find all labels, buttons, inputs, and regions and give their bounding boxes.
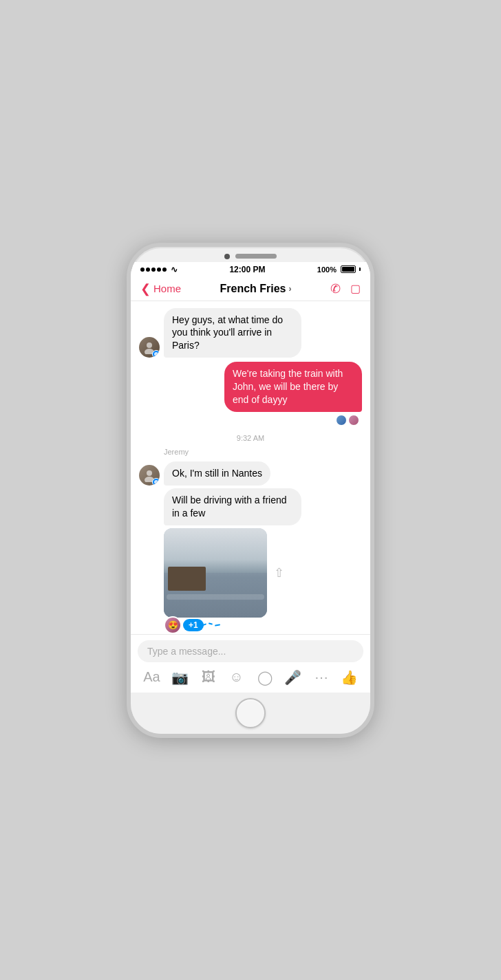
home-indicator-area — [131, 693, 370, 734]
nav-bar: ❮ Home French Fries › ✆ ▢ — [131, 277, 370, 301]
camera-dot — [224, 254, 230, 259]
back-label[interactable]: Home — [153, 283, 181, 294]
title-chevron-icon: › — [289, 284, 292, 294]
text-format-icon[interactable]: Aa — [142, 669, 162, 685]
message-input[interactable]: Type a message... — [138, 640, 363, 662]
phone-hardware-top — [131, 247, 370, 262]
wifi-icon: ∿ — [171, 265, 178, 274]
message-text: Hey guys, at what time do you think you'… — [172, 314, 283, 351]
messenger-badge-icon — [152, 478, 160, 486]
signal-dot-2 — [146, 268, 150, 272]
read-receipt-avatar-1 — [336, 415, 347, 426]
phone-screen: ∿ 12:00 PM 100% ❮ Home French Fries › — [131, 262, 370, 693]
like-thumb-icon[interactable]: 👍 — [340, 669, 359, 686]
share-icon[interactable]: ⇧ — [274, 565, 284, 580]
message-bubble: Ok, I'm still in Nantes — [164, 461, 270, 486]
camera-icon[interactable]: 📷 — [171, 669, 190, 686]
avatar — [139, 465, 160, 486]
photo-content — [164, 528, 267, 618]
battery-tip — [359, 268, 361, 271]
nav-actions: ✆ ▢ — [330, 281, 361, 296]
messenger-badge-icon — [152, 350, 160, 358]
message-text: We're taking the train with John, we wil… — [233, 368, 343, 405]
reaction-cluster[interactable]: 😍 +1 — [164, 616, 362, 634]
gallery-icon[interactable]: 🖼 — [199, 669, 218, 685]
back-chevron-icon: ❮ — [140, 281, 151, 296]
location-icon[interactable]: ◯ — [255, 669, 275, 686]
signal-dot-4 — [157, 268, 161, 272]
battery-percent: 100% — [317, 265, 337, 274]
photo-message-row: ⇧ — [139, 528, 362, 618]
conversation-title: French Fries — [220, 283, 286, 295]
sender-name: Jeremy — [164, 448, 362, 456]
input-placeholder: Type a message... — [147, 646, 226, 657]
status-time: 12:00 PM — [229, 265, 265, 274]
speaker-bar — [235, 254, 277, 259]
phone-frame: ∿ 12:00 PM 100% ❮ Home French Fries › — [127, 243, 374, 738]
battery-body — [341, 265, 356, 273]
toolbar-row: Aa 📷 🖼 ☺ ◯ 🎤 ⋯ 👍 — [138, 668, 363, 687]
status-bar: ∿ 12:00 PM 100% — [131, 262, 370, 277]
signal-dot-3 — [151, 268, 156, 272]
signal-dots — [140, 268, 167, 272]
battery-fill — [342, 267, 354, 272]
read-receipt-avatar-2 — [348, 415, 359, 426]
message-text: Will be driving with a friend in a few — [172, 494, 287, 519]
reaction-avatar: 😍 — [164, 616, 182, 634]
avatar — [139, 337, 160, 358]
video-call-icon[interactable]: ▢ — [350, 282, 361, 295]
message-row: Ok, I'm still in Nantes — [139, 461, 362, 486]
message-text: Ok, I'm still in Nantes — [172, 468, 262, 479]
photo-bubble[interactable] — [164, 528, 267, 618]
signal-dot-1 — [140, 268, 145, 272]
message-row-outgoing: We're taking the train with John, we wil… — [139, 362, 362, 412]
svg-point-2 — [147, 470, 152, 476]
sparkle-lines — [200, 624, 220, 626]
phone-call-icon[interactable]: ✆ — [330, 281, 341, 296]
message-bubble-outgoing: We're taking the train with John, we wil… — [224, 362, 362, 412]
signal-dot-5 — [162, 268, 167, 272]
message-row: Hey guys, at what time do you think you'… — [139, 308, 362, 358]
svg-point-0 — [147, 342, 152, 348]
message-bubble: Hey guys, at what time do you think you'… — [164, 308, 301, 358]
nav-back[interactable]: ❮ Home — [140, 281, 181, 296]
nav-title[interactable]: French Fries › — [220, 283, 291, 295]
timestamp: 9:32 AM — [139, 434, 362, 442]
message-bubble: Will be driving with a friend in a few — [164, 488, 301, 525]
more-icon[interactable]: ⋯ — [312, 669, 331, 686]
home-button[interactable] — [235, 698, 266, 728]
input-bar: Type a message... Aa 📷 🖼 ☺ ◯ 🎤 ⋯ 👍 — [131, 634, 370, 693]
emoji-icon[interactable]: ☺ — [227, 669, 246, 685]
audio-icon[interactable]: 🎤 — [284, 669, 303, 686]
status-left: ∿ — [140, 265, 178, 274]
message-row: Will be driving with a friend in a few — [139, 488, 362, 525]
chat-area[interactable]: Hey guys, at what time do you think you'… — [131, 301, 370, 634]
status-right: 100% — [317, 265, 361, 274]
message-group: Ok, I'm still in Nantes Will be driving … — [139, 461, 362, 618]
phone-camera-area — [131, 254, 370, 259]
